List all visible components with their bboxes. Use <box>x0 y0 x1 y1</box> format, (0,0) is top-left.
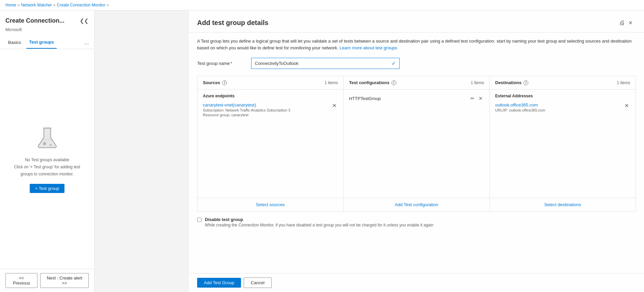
disable-test-group-label-wrap: Disable test group While creating the Co… <box>205 217 433 227</box>
disable-test-group-label: Disable test group <box>205 217 433 222</box>
breadcrumb-create-connection-monitor[interactable]: Create Connection Monitor <box>57 3 105 7</box>
empty-state-line3: groups to connection monitor. <box>21 171 74 177</box>
cancel-button[interactable]: Cancel <box>244 277 271 288</box>
sources-column-body: Azure endpoints canarytest-vnet(canaryte… <box>197 90 343 198</box>
empty-state-line1: No Test groups available <box>25 157 69 163</box>
destination-item-link[interactable]: outlook.office365.com <box>495 102 538 107</box>
previous-button[interactable]: << Previous <box>5 273 37 288</box>
sources-column-footer: Select sources <box>197 198 343 211</box>
test-group-name-input[interactable] <box>255 61 389 66</box>
test-config-info-icon[interactable]: i <box>392 80 396 85</box>
flask-icon <box>34 125 61 152</box>
tab-basics[interactable]: Basics <box>5 36 24 48</box>
sidebar-title: Create Connection... <box>5 17 79 24</box>
destinations-item-count: 1 Items <box>617 80 630 85</box>
breadcrumb: Home > Network Watcher > Create Connecti… <box>0 0 644 10</box>
source-item-info: canarytest-vnet(canarytest) Subscription… <box>203 102 331 117</box>
add-test-group-button[interactable]: Add Test Group <box>197 278 241 288</box>
test-config-remove-button[interactable]: ✕ <box>477 95 484 102</box>
app-container: Home > Network Watcher > Create Connecti… <box>0 0 644 292</box>
check-icon: ✓ <box>392 60 396 67</box>
destination-item-info: outlook.office365.com URL/IP: outlook.of… <box>495 102 623 112</box>
test-group-name-field-container: ✓ <box>251 58 400 69</box>
test-config-item-actions: ✏ ✕ <box>469 95 484 102</box>
modal-title: Add test group details <box>197 19 615 27</box>
form-row-test-group-name: Test group name* ✓ <box>197 58 636 69</box>
sources-column-title: Sources i <box>203 80 227 85</box>
test-config-column-footer: Add Test configuration <box>344 198 489 211</box>
modal-header: Add test group details 🖨 × <box>189 10 644 32</box>
destinations-column-body: External Addresses outlook.office365.com… <box>490 90 636 198</box>
sidebar-footer: << Previous Next : Create alert >> <box>0 269 94 292</box>
destinations-info-icon[interactable]: i <box>524 80 528 85</box>
source-item-rg: Resource group: canarytest <box>203 113 331 117</box>
content-area: Add test group details 🖨 × A Test group … <box>95 10 644 292</box>
learn-more-link[interactable]: Learn more about test groups <box>340 45 397 50</box>
breadcrumb-sep-1: > <box>18 3 20 7</box>
modal-footer: Add Test Group Cancel <box>189 273 644 292</box>
destination-item-0: outlook.office365.com URL/IP: outlook.of… <box>495 101 630 114</box>
select-sources-link[interactable]: Select sources <box>256 202 285 207</box>
main-area: Create Connection... ❮❮ Microsoft Basics… <box>0 10 644 292</box>
test-config-item-0: HTTPTestGroup ✏ ✕ <box>349 94 484 103</box>
destination-item-url: URL/IP: outlook.office365.com <box>495 108 623 112</box>
test-group-name-label: Test group name* <box>197 61 251 66</box>
destinations-column-header: Destinations i 1 Items <box>490 76 636 90</box>
source-item-link[interactable]: canarytest-vnet(canarytest) <box>203 102 331 107</box>
disable-test-group-row: Disable test group While creating the Co… <box>197 217 636 227</box>
sources-item-count: 1 Items <box>325 80 338 85</box>
sources-column-header: Sources i 1 Items <box>197 76 343 90</box>
test-configurations-column: Test configurations i 1 Items HTTPTestGr… <box>344 76 490 211</box>
source-item-remove-button[interactable]: ✕ <box>331 102 338 109</box>
modal-overlay: Add test group details 🖨 × A Test group … <box>189 10 644 292</box>
add-test-configuration-link[interactable]: Add Test configuration <box>395 202 438 207</box>
test-config-column-title: Test configurations i <box>349 80 396 85</box>
test-config-column-header: Test configurations i 1 Items <box>344 76 489 90</box>
destinations-category: External Addresses <box>495 94 630 98</box>
add-test-group-sidebar-button[interactable]: + Test group <box>30 184 65 193</box>
modal-close-button[interactable]: × <box>625 17 636 28</box>
svg-point-2 <box>43 142 46 145</box>
breadcrumb-sep-2: > <box>53 3 55 7</box>
destinations-column-title: Destinations i <box>495 80 528 85</box>
destination-item-remove-button[interactable]: ✕ <box>623 102 630 109</box>
print-icon[interactable]: 🖨 <box>619 19 625 26</box>
destinations-column-footer: Select destinations <box>490 198 636 211</box>
sidebar-collapse-button[interactable]: ❮❮ <box>79 16 89 25</box>
tab-test-groups[interactable]: Test groups <box>26 36 56 49</box>
sidebar-subtitle: Microsoft <box>0 27 94 36</box>
next-button[interactable]: Next : Create alert >> <box>40 273 89 288</box>
test-config-item-name: HTTPTestGroup <box>349 96 381 101</box>
columns-area: Sources i 1 Items Azure endpoints canary… <box>197 76 636 212</box>
test-config-item-count: 1 Items <box>471 80 484 85</box>
disable-test-group-checkbox[interactable] <box>197 218 202 222</box>
sidebar: Create Connection... ❮❮ Microsoft Basics… <box>0 10 95 292</box>
empty-state-line2: Click on '+ Test group' for adding test <box>14 164 80 170</box>
sidebar-empty-state: No Test groups available Click on '+ Tes… <box>0 49 94 269</box>
breadcrumb-network-watcher[interactable]: Network Watcher <box>21 3 52 7</box>
sources-column: Sources i 1 Items Azure endpoints canary… <box>197 76 344 211</box>
svg-point-3 <box>50 144 52 146</box>
source-item-sub: Subscription: Network Traffic Analytics … <box>203 108 331 112</box>
sidebar-header: Create Connection... ❮❮ <box>0 10 94 27</box>
sources-category: Azure endpoints <box>203 94 338 98</box>
disable-test-group-description: While creating the Connection Monitor, i… <box>205 223 433 227</box>
test-group-name-input-wrap: ✓ <box>251 58 400 69</box>
test-config-column-body: HTTPTestGroup ✏ ✕ <box>344 90 489 198</box>
breadcrumb-home[interactable]: Home <box>5 3 16 7</box>
more-options-button[interactable]: ... <box>84 40 89 46</box>
test-config-edit-button[interactable]: ✏ <box>469 95 476 102</box>
modal-description: A Test group lets you define a logical g… <box>197 38 636 51</box>
required-marker: * <box>231 61 232 66</box>
sidebar-nav-tabs: Basics Test groups ... <box>0 36 94 49</box>
select-destinations-link[interactable]: Select destinations <box>544 202 581 207</box>
sources-info-icon[interactable]: i <box>222 80 227 85</box>
destinations-column: Destinations i 1 Items External Addresse… <box>490 76 636 211</box>
modal-body: A Test group lets you define a logical g… <box>189 32 644 273</box>
breadcrumb-sep-3: > <box>107 3 109 7</box>
source-item-0: canarytest-vnet(canarytest) Subscription… <box>203 101 338 118</box>
